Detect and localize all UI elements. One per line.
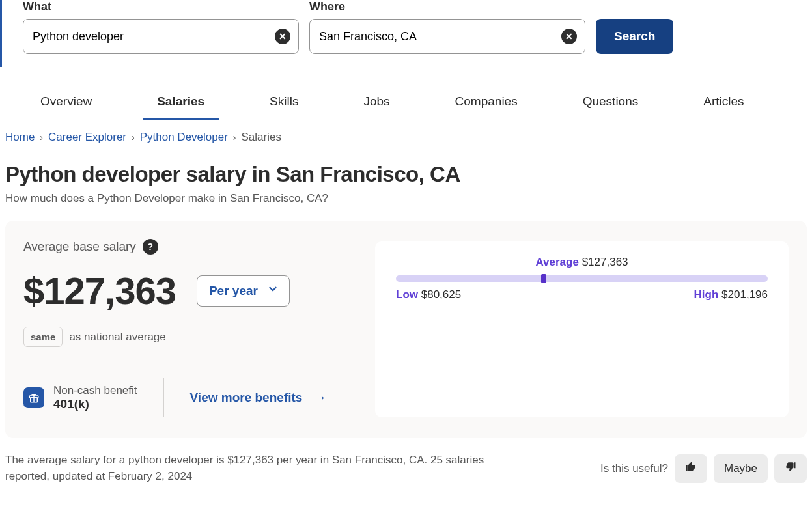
benefit-label: Non-cash benefit: [53, 384, 137, 397]
avg-base-label: Average base salary: [23, 240, 136, 254]
tabs: OverviewSalariesSkillsJobsCompaniesQuest…: [0, 85, 812, 120]
where-label: Where: [309, 0, 585, 14]
chevron-down-icon: [267, 283, 279, 298]
feedback-question: Is this useful?: [600, 462, 668, 475]
period-select[interactable]: Per year: [197, 275, 290, 307]
salary-range-chart: Average $127,363 Low $80,625 High $201,1…: [375, 241, 789, 417]
search-button[interactable]: Search: [596, 19, 673, 54]
divider: [163, 378, 164, 417]
tab-questions[interactable]: Questions: [568, 85, 653, 120]
breadcrumb-link[interactable]: Career Explorer: [48, 131, 126, 144]
thumbs-up-button[interactable]: [675, 454, 707, 483]
range-tick: [541, 274, 546, 283]
chevron-right-icon: ›: [233, 132, 236, 143]
breadcrumb-current: Salaries: [242, 131, 281, 144]
comparison-badge: same: [23, 327, 63, 347]
chevron-right-icon: ›: [40, 132, 43, 143]
feedback-panel: Is this useful? Maybe: [600, 454, 807, 483]
tab-articles[interactable]: Articles: [689, 85, 758, 120]
salary-card: Average base salary ? $127,363 Per year …: [5, 221, 807, 438]
what-input[interactable]: [33, 30, 267, 44]
where-input-wrap: ✕: [309, 19, 585, 54]
comparison-text: as national average: [69, 331, 165, 344]
benefit-value: 401(k): [53, 397, 137, 411]
range-low-label: Low: [396, 288, 418, 301]
chevron-right-icon: ›: [132, 132, 135, 143]
range-avg-value: $127,363: [582, 256, 628, 268]
thumbs-down-icon: [785, 461, 796, 476]
period-value: Per year: [209, 284, 258, 298]
range-high-label: High: [694, 288, 719, 301]
footer-text: The average salary for a python develope…: [5, 452, 500, 484]
range-low-value: $80,625: [421, 288, 461, 301]
range-high-value: $201,196: [721, 288, 768, 301]
salary-amount: $127,363: [23, 269, 176, 312]
where-input[interactable]: [319, 30, 553, 44]
clear-where-icon[interactable]: ✕: [561, 29, 577, 44]
breadcrumb-link[interactable]: Home: [5, 131, 35, 144]
tab-overview[interactable]: Overview: [26, 85, 106, 120]
help-icon[interactable]: ?: [143, 239, 158, 255]
tab-companies[interactable]: Companies: [441, 85, 532, 120]
arrow-right-icon: →: [313, 389, 327, 406]
what-label: What: [23, 0, 299, 14]
range-avg-label: Average: [535, 256, 578, 268]
tab-salaries[interactable]: Salaries: [143, 85, 219, 120]
tab-jobs[interactable]: Jobs: [349, 85, 404, 120]
maybe-button[interactable]: Maybe: [714, 454, 768, 483]
view-more-label: View more benefits: [190, 391, 303, 405]
breadcrumb-link[interactable]: Python Developer: [140, 131, 228, 144]
thumbs-up-icon: [685, 461, 697, 476]
page-subtitle: How much does a Python Developer make in…: [5, 192, 807, 205]
page-title: Python developer salary in San Francisco…: [5, 162, 807, 187]
view-more-benefits-link[interactable]: View more benefits →: [190, 389, 328, 406]
gift-icon: [23, 387, 44, 408]
thumbs-down-button[interactable]: [774, 454, 807, 483]
what-input-wrap: ✕: [23, 19, 299, 54]
range-bar: [396, 275, 768, 282]
breadcrumb: Home›Career Explorer›Python Developer›Sa…: [0, 120, 812, 144]
clear-what-icon[interactable]: ✕: [275, 29, 290, 44]
tab-skills[interactable]: Skills: [255, 85, 313, 120]
